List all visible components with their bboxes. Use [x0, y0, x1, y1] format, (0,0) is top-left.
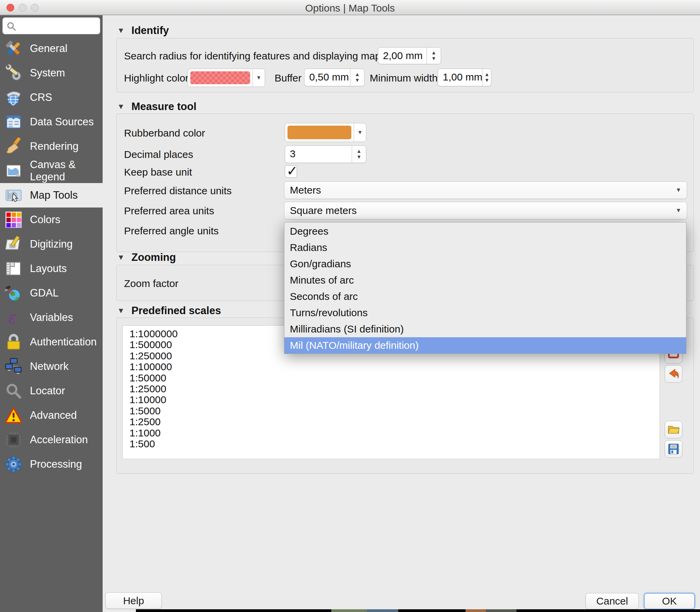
sidebar-item-rendering[interactable]: Rendering — [0, 134, 102, 158]
sidebar-search-field[interactable] — [2, 17, 100, 34]
color-dropdown-caret-icon[interactable]: ▼ — [252, 69, 265, 87]
decimal-places-value: 3 — [285, 146, 352, 163]
sidebar-item-colors[interactable]: Colors — [0, 208, 102, 232]
min-width-value: 1,00 mm — [438, 69, 482, 86]
scale-list-item[interactable]: 1:500 — [123, 439, 660, 449]
spin-up-icon[interactable]: ▲ — [356, 149, 361, 154]
titlebar[interactable]: Options | Map Tools — [0, 0, 700, 15]
scale-list-item[interactable]: 1:25000 — [123, 384, 660, 394]
spin-up-icon[interactable]: ▲ — [431, 50, 436, 56]
restore-defaults-button[interactable] — [665, 365, 682, 383]
sidebar-item-authentication[interactable]: Authentication — [0, 330, 102, 354]
search-icon — [6, 21, 17, 32]
map-tools-cursor-icon — [5, 186, 23, 204]
scales-section-header[interactable]: ▼ Predefined scales — [117, 305, 221, 317]
rubberband-color-swatch — [287, 126, 351, 139]
measure-header-label: Measure tool — [132, 100, 196, 113]
decimal-places-spinbox[interactable]: 3 ▲ ▼ — [285, 145, 366, 163]
sidebar-item-system[interactable]: System — [0, 61, 102, 85]
identify-section-header[interactable]: ▼ Identify — [117, 25, 169, 37]
sidebar-item-variables[interactable]: ε Variables — [0, 305, 102, 330]
scale-list-item[interactable]: 1:1000 — [123, 428, 660, 439]
dropdown-option-minutes[interactable]: Minutes of arc — [285, 272, 686, 288]
spin-down-icon[interactable]: ▼ — [356, 154, 361, 160]
scale-list-item[interactable]: 1:2500 — [123, 416, 660, 427]
help-button-label: Help — [123, 595, 144, 607]
scale-list-item[interactable]: 1:10000 — [123, 394, 660, 405]
color-dropdown-caret-icon[interactable]: ▼ — [354, 123, 366, 142]
spin-up-icon[interactable]: ▲ — [484, 72, 489, 78]
ok-button[interactable]: OK — [644, 593, 695, 609]
gdal-globe-satellite-icon — [5, 284, 23, 302]
dropdown-option-turns[interactable]: Turns/revolutions — [285, 305, 686, 321]
scale-list-item[interactable]: 1:50000 — [123, 373, 660, 384]
sidebar-item-network[interactable]: Network — [0, 354, 102, 379]
desktop-edge-strip — [136, 609, 700, 612]
scale-list-item[interactable]: 1:100000 — [123, 361, 660, 372]
locator-magnifier-icon — [5, 382, 23, 400]
min-width-spinbox[interactable]: 1,00 mm ▲ ▼ — [438, 69, 491, 86]
highlight-color-button[interactable]: ▼ — [188, 69, 265, 87]
spinner-buttons[interactable]: ▲ ▼ — [350, 69, 364, 86]
decimal-places-label: Decimal places — [124, 149, 193, 160]
area-units-combobox[interactable]: Square meters ▼ — [284, 202, 687, 219]
svg-text:ε: ε — [9, 309, 16, 326]
ok-button-label: OK — [662, 595, 676, 607]
min-width-label: Minimum width — [370, 72, 438, 84]
sidebar-item-data-sources[interactable]: Data Sources — [0, 110, 102, 134]
distance-units-value: Meters — [285, 184, 675, 196]
sidebar-item-label: Locator — [30, 385, 65, 397]
spin-down-icon[interactable]: ▼ — [431, 56, 436, 61]
spinner-buttons[interactable]: ▲ ▼ — [426, 47, 441, 64]
dropdown-option-seconds[interactable]: Seconds of arc — [285, 288, 686, 305]
sidebar-item-acceleration[interactable]: Acceleration — [0, 428, 102, 452]
collapse-triangle-icon: ▼ — [117, 306, 125, 315]
window-title: Options | Map Tools — [0, 2, 700, 14]
spinner-buttons[interactable]: ▲ ▼ — [352, 146, 366, 163]
buffer-spinbox[interactable]: 0,50 mm ▲ ▼ — [304, 69, 365, 86]
dropdown-option-mil-nato[interactable]: Mil (NATO/military definition) — [285, 337, 686, 353]
cancel-button[interactable]: Cancel — [586, 593, 639, 609]
rubberband-color-button[interactable]: ▼ — [285, 123, 366, 142]
area-units-label: Preferred area units — [124, 205, 214, 217]
distance-units-combobox[interactable]: Meters ▼ — [284, 181, 687, 199]
dropdown-option-degrees[interactable]: Degrees — [285, 223, 686, 239]
options-dialog: Options | Map Tools General — [0, 0, 700, 612]
sidebar-item-map-tools[interactable]: Map Tools — [0, 183, 102, 208]
scale-list-item[interactable]: 1:5000 — [123, 405, 660, 416]
spin-up-icon[interactable]: ▲ — [355, 72, 360, 78]
undo-arrow-icon — [667, 367, 680, 381]
search-radius-spinbox[interactable]: 2,00 mm ▲ ▼ — [378, 47, 441, 64]
measure-section-header[interactable]: ▼ Measure tool — [117, 100, 196, 113]
sidebar-item-label: Network — [30, 360, 69, 373]
sidebar-item-gdal[interactable]: GDAL — [0, 281, 102, 305]
spin-down-icon[interactable]: ▼ — [355, 78, 360, 83]
data-sources-table-icon — [5, 113, 23, 131]
help-button[interactable]: Help — [105, 592, 162, 609]
spinner-buttons[interactable]: ▲ ▼ — [482, 69, 491, 86]
sidebar-item-digitizing[interactable]: Digitizing — [0, 232, 102, 256]
colors-palette-icon — [5, 211, 23, 228]
folder-open-icon — [667, 423, 680, 436]
search-radius-value: 2,00 mm — [378, 47, 426, 64]
layouts-page-icon — [5, 260, 23, 277]
sidebar-item-label: Map Tools — [30, 189, 78, 201]
dropdown-option-milliradians[interactable]: Milliradians (SI definition) — [285, 321, 686, 337]
dropdown-option-gon[interactable]: Gon/gradians — [285, 256, 686, 272]
sidebar-item-general[interactable]: General — [0, 36, 102, 61]
sidebar-item-advanced[interactable]: Advanced — [0, 403, 102, 428]
sidebar-item-locator[interactable]: Locator — [0, 379, 102, 403]
import-scales-button[interactable] — [665, 421, 682, 439]
sidebar-item-canvas-legend[interactable]: Canvas & Legend — [0, 158, 102, 183]
dropdown-option-radians[interactable]: Radians — [285, 239, 686, 256]
keep-base-unit-checkbox[interactable]: ✓ — [285, 165, 297, 178]
sidebar-item-processing[interactable]: Processing — [0, 452, 102, 476]
zooming-section-header[interactable]: ▼ Zooming — [117, 251, 176, 264]
sidebar-item-layouts[interactable]: Layouts — [0, 256, 102, 281]
digitizing-pencil-icon — [5, 235, 23, 253]
sidebar-item-label: System — [30, 67, 65, 79]
identify-header-label: Identify — [132, 25, 169, 37]
spin-down-icon[interactable]: ▼ — [484, 78, 489, 83]
export-scales-button[interactable] — [665, 440, 682, 458]
sidebar-item-crs[interactable]: CRS — [0, 85, 102, 110]
